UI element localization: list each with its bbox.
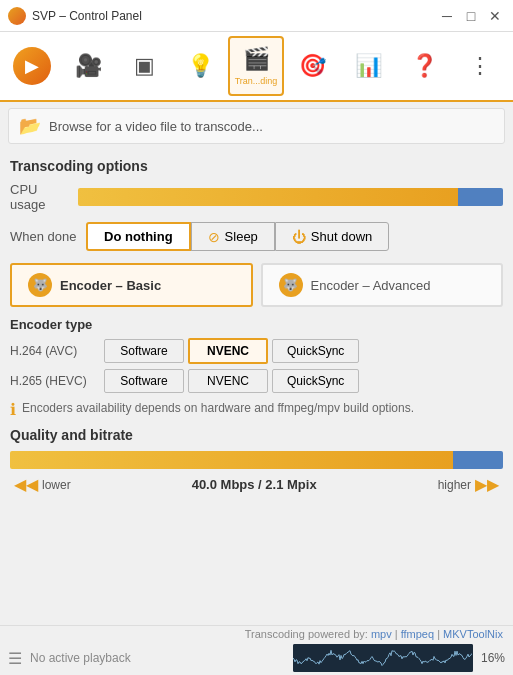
cpu-bar-blue	[458, 188, 503, 206]
h264-label: H.264 (AVC)	[10, 344, 100, 358]
quality-bar-orange	[10, 451, 453, 469]
higher-control: higher ▶▶	[438, 475, 503, 494]
shutdown-button[interactable]: ⏻ Shut down	[275, 222, 389, 251]
nav-transcode[interactable]: 🎬 Tran...ding	[228, 36, 284, 96]
encoder-basic-icon: 🐺	[28, 273, 52, 297]
quality-progress-bar	[10, 451, 503, 469]
main-content: Transcoding options CPU usage When done …	[0, 150, 513, 498]
mkvtoolnix-link[interactable]: MKVToolNix	[443, 628, 503, 640]
close-button[interactable]: ✕	[485, 6, 505, 26]
video-icon: 🎥	[75, 53, 102, 79]
higher-label: higher	[438, 478, 471, 492]
lower-control: ◀◀ lower	[10, 475, 71, 494]
bottom-bar: Transcoding powered by: mpv | ffmpeq | M…	[0, 625, 513, 675]
browse-bar[interactable]: 📂 Browse for a video file to transcode..…	[8, 108, 505, 144]
waveform-display	[293, 644, 473, 672]
playback-text: No active playback	[30, 651, 285, 665]
help-icon: ❓	[411, 53, 438, 79]
playback-bar: ☰ No active playback 16%	[0, 642, 513, 674]
encoder-advanced-tab[interactable]: 🐺 Encoder – Advanced	[261, 263, 504, 307]
percent-text: 16%	[481, 651, 505, 665]
maximize-button[interactable]: □	[461, 6, 481, 26]
cpu-progress-bar	[78, 188, 503, 206]
sleep-button[interactable]: ⊘ Sleep	[191, 222, 275, 251]
cpu-label: CPU usage	[10, 182, 70, 212]
playback-icon: ☰	[8, 649, 22, 668]
encoder-tabs: 🐺 Encoder – Basic 🐺 Encoder – Advanced	[10, 263, 503, 307]
h264-nvenc-button[interactable]: NVENC	[188, 338, 268, 364]
quality-bar-blue	[453, 451, 503, 469]
cpu-usage-row: CPU usage	[10, 182, 503, 212]
lower-label: lower	[42, 478, 71, 492]
nav-toolbar: ▶ 🎥 ▣ 💡 🎬 Tran...ding 🎯 📊 ❓ ⋮	[0, 32, 513, 102]
nav-home[interactable]: ▶	[4, 36, 60, 96]
transcoding-title: Transcoding options	[10, 158, 503, 174]
cpu-bar-orange	[78, 188, 458, 206]
nav-light[interactable]: 💡	[172, 36, 228, 96]
info-message: ℹ Encoders availability depends on hardw…	[10, 401, 503, 419]
info-text: Encoders availability depends on hardwar…	[22, 401, 414, 415]
sleep-icon: ⊘	[208, 229, 220, 245]
monitor-icon: 🎯	[299, 53, 326, 79]
encoder-advanced-label: Encoder – Advanced	[311, 278, 431, 293]
nav-transcode-label: Tran...ding	[235, 76, 278, 86]
quality-lower-button[interactable]: ◀◀	[10, 475, 42, 494]
ffmpeg-link[interactable]: ffmpeq	[401, 628, 434, 640]
h265-quicksync-button[interactable]: QuickSync	[272, 369, 359, 393]
encoder-basic-label: Encoder – Basic	[60, 278, 161, 293]
do-nothing-button[interactable]: Do nothing	[86, 222, 191, 251]
h265-software-button[interactable]: Software	[104, 369, 184, 393]
when-done-label: When done	[10, 229, 80, 244]
more-icon: ⋮	[469, 53, 491, 79]
h265-row: H.265 (HEVC) Software NVENC QuickSync	[10, 369, 503, 393]
nav-frame[interactable]: ▣	[116, 36, 172, 96]
light-icon: 💡	[187, 53, 214, 79]
nav-more[interactable]: ⋮	[452, 36, 508, 96]
nav-help[interactable]: ❓	[396, 36, 452, 96]
when-done-row: When done Do nothing ⊘ Sleep ⏻ Shut down	[10, 222, 503, 251]
h265-label: H.265 (HEVC)	[10, 374, 100, 388]
chart-icon: 📊	[355, 53, 382, 79]
h264-quicksync-button[interactable]: QuickSync	[272, 339, 359, 363]
when-done-buttons: Do nothing ⊘ Sleep ⏻ Shut down	[86, 222, 389, 251]
quality-value: 40.0 Mbps / 2.1 Mpix	[192, 477, 317, 492]
nav-video[interactable]: 🎥	[60, 36, 116, 96]
nav-chart[interactable]: 📊	[340, 36, 396, 96]
title-bar: SVP – Control Panel ─ □ ✕	[0, 0, 513, 32]
encoder-advanced-icon: 🐺	[279, 273, 303, 297]
minimize-button[interactable]: ─	[437, 6, 457, 26]
nav-monitor[interactable]: 🎯	[284, 36, 340, 96]
h264-software-button[interactable]: Software	[104, 339, 184, 363]
window-controls: ─ □ ✕	[437, 6, 505, 26]
h265-nvenc-button[interactable]: NVENC	[188, 369, 268, 393]
transcode-icon: 🎬	[243, 46, 270, 72]
quality-labels: ◀◀ lower 40.0 Mbps / 2.1 Mpix higher ▶▶	[10, 475, 503, 494]
mpv-link[interactable]: mpv	[371, 628, 392, 640]
encoder-basic-tab[interactable]: 🐺 Encoder – Basic	[10, 263, 253, 307]
h264-row: H.264 (AVC) Software NVENC QuickSync	[10, 338, 503, 364]
browse-text: Browse for a video file to transcode...	[49, 119, 263, 134]
quality-title: Quality and bitrate	[10, 427, 503, 443]
frame-icon: ▣	[134, 53, 155, 79]
window-title: SVP – Control Panel	[32, 9, 437, 23]
folder-icon: 📂	[19, 115, 41, 137]
powered-by: Transcoding powered by: mpv | ffmpeq | M…	[0, 626, 513, 642]
power-icon: ⏻	[292, 229, 306, 245]
info-icon: ℹ	[10, 400, 16, 419]
quality-higher-button[interactable]: ▶▶	[471, 475, 503, 494]
encoder-type-title: Encoder type	[10, 317, 503, 332]
app-icon	[8, 7, 26, 25]
